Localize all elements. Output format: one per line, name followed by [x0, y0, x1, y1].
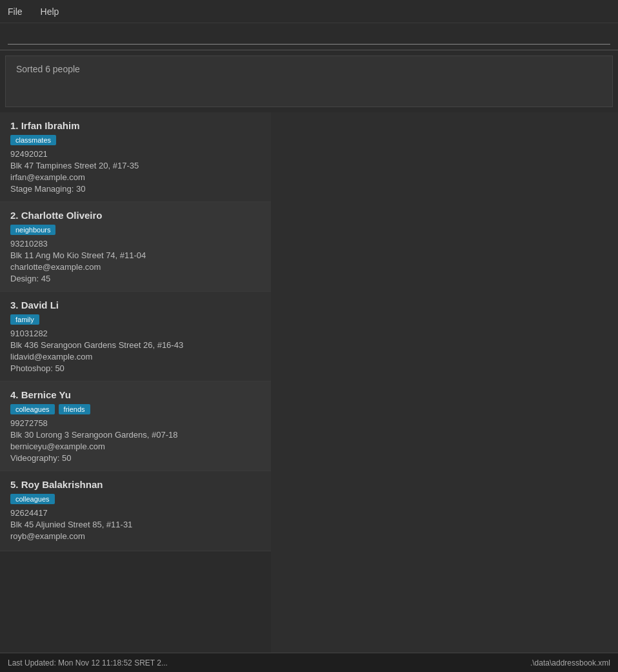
contact-tags: family — [10, 314, 261, 325]
list-item[interactable]: 1. Irfan Ibrahimclassmates92492021Blk 47… — [0, 112, 271, 202]
status-box: Sorted 6 people — [5, 56, 613, 107]
list-item[interactable]: 2. Charlotte Oliveironeighbours93210283B… — [0, 202, 271, 292]
contact-name: 5. Roy Balakrishnan — [10, 479, 261, 490]
help-menu[interactable]: Help — [38, 5, 62, 18]
tag-badge: classmates — [10, 135, 56, 145]
contact-address: Blk 47 Tampines Street 20, #17-35 — [10, 161, 261, 170]
search-input[interactable] — [8, 28, 610, 45]
tag-badge: friends — [59, 404, 90, 414]
right-panel — [271, 112, 618, 672]
file-menu[interactable]: File — [5, 5, 25, 18]
contact-skill: Photoshop: 50 — [10, 363, 261, 373]
contact-email: irfan@example.com — [10, 172, 261, 182]
contact-address: Blk 45 Aljunied Street 85, #11-31 — [10, 520, 261, 529]
contact-tags: colleagues — [10, 494, 261, 504]
list-item[interactable]: 5. Roy Balakrishnancolleagues92624417Blk… — [0, 471, 271, 551]
list-item[interactable]: 3. David Lifamily91031282Blk 436 Serango… — [0, 292, 271, 382]
tag-badge: neighbours — [10, 225, 55, 235]
search-bar — [0, 23, 618, 50]
contact-email: lidavid@example.com — [10, 352, 261, 361]
status-bar-right: .\data\addressbook.xml — [530, 658, 610, 667]
contact-name: 2. Charlotte Oliveiro — [10, 210, 261, 221]
tag-badge: colleagues — [10, 404, 55, 414]
contact-tags: colleaguesfriends — [10, 404, 261, 414]
status-bar: Last Updated: Mon Nov 12 11:18:52 SRET 2… — [0, 653, 618, 672]
menu-bar: File Help — [0, 0, 618, 23]
contact-phone: 91031282 — [10, 329, 261, 338]
contact-tags: neighbours — [10, 225, 261, 235]
contact-skill: Stage Managing: 30 — [10, 184, 261, 194]
contact-name: 3. David Li — [10, 300, 261, 311]
contact-skill: Design: 45 — [10, 274, 261, 283]
contact-phone: 93210283 — [10, 239, 261, 249]
status-text: Sorted 6 people — [16, 64, 80, 74]
contact-address: Blk 436 Serangoon Gardens Street 26, #16… — [10, 340, 261, 350]
contact-address: Blk 30 Lorong 3 Serangoon Gardens, #07-1… — [10, 430, 261, 440]
contact-email: royb@example.com — [10, 531, 261, 541]
contact-phone: 92492021 — [10, 149, 261, 159]
contact-email: berniceyu@example.com — [10, 442, 261, 451]
list-item[interactable]: 4. Bernice Yucolleaguesfriends99272758Bl… — [0, 382, 271, 471]
contact-tags: classmates — [10, 135, 261, 145]
contact-phone: 99272758 — [10, 418, 261, 428]
contact-skill: Videography: 50 — [10, 453, 261, 463]
contact-list[interactable]: 1. Irfan Ibrahimclassmates92492021Blk 47… — [0, 112, 271, 672]
contact-name: 4. Bernice Yu — [10, 389, 261, 400]
status-bar-left: Last Updated: Mon Nov 12 11:18:52 SRET 2… — [8, 658, 168, 667]
contact-email: charlotte@example.com — [10, 262, 261, 272]
tag-badge: colleagues — [10, 494, 55, 504]
main-content: 1. Irfan Ibrahimclassmates92492021Blk 47… — [0, 112, 618, 672]
contact-name: 1. Irfan Ibrahim — [10, 120, 261, 131]
contact-address: Blk 11 Ang Mo Kio Street 74, #11-04 — [10, 250, 261, 260]
contact-phone: 92624417 — [10, 508, 261, 518]
tag-badge: family — [10, 314, 39, 325]
